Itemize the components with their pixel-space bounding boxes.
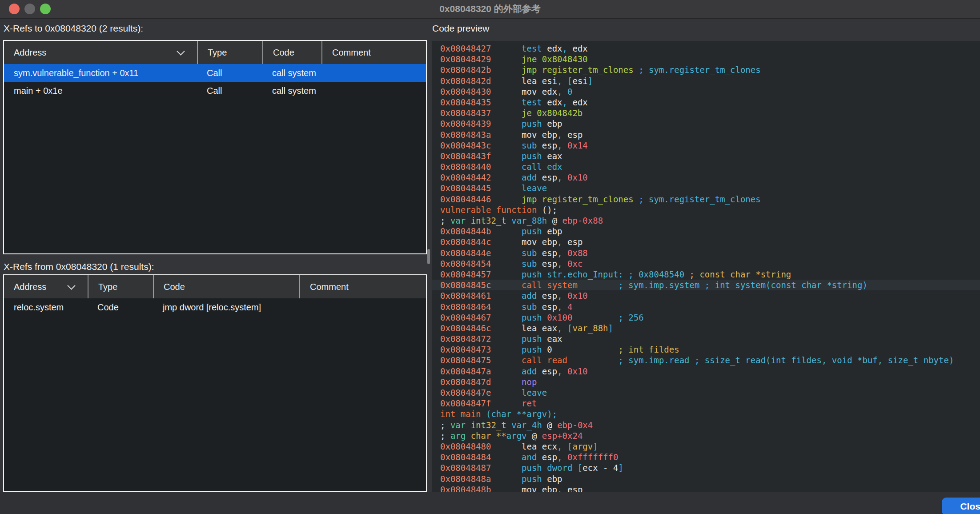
code-preview-label: Code preview — [432, 23, 489, 34]
column-header-label: Comment — [310, 282, 349, 292]
disasm-line: 0x08048445 leave — [432, 183, 980, 193]
disasm-line: ; var int32_t var_88h @ ebp-0x88 — [432, 215, 980, 226]
disasm-line: 0x0804843f push eax — [432, 151, 980, 161]
disasm-line: 0x08048429 jne 0x8048430 — [432, 54, 980, 64]
disasm-line: 0x08048435 test edx, edx — [432, 97, 980, 108]
disasm-line: 0x0804848b mov ebp, esp — [432, 484, 980, 492]
disasm-line: 0x0804847d nop — [432, 377, 980, 387]
disasm-line: 0x08048440 call edx — [432, 161, 980, 172]
disasm-line: ; var int32_t var_4h @ ebp-0x4 — [432, 420, 980, 430]
cell-address: main + 0x1e — [4, 82, 197, 100]
column-header-label: Code — [164, 282, 185, 292]
disasm-line: ; arg char **argv @ esp+0x24 — [432, 430, 980, 441]
cell-comment — [321, 82, 426, 100]
disasm-line-highlighted: 0x0804845c call system ; sym.imp.system … — [432, 280, 980, 290]
disasm-line: 0x08048427 test edx, edx — [432, 43, 980, 54]
disasm-line: 0x08048464 sub esp, 4 — [432, 301, 980, 312]
close-window-icon[interactable] — [9, 4, 20, 14]
column-header-label: Comment — [332, 48, 371, 58]
cell-type: Code — [88, 298, 153, 316]
cell-comment — [299, 298, 426, 316]
table-row[interactable]: main + 0x1eCallcall system — [4, 82, 426, 100]
chevron-down-icon — [67, 281, 75, 289]
disasm-line: 0x08048457 push str.echo_Input: ; 0x8048… — [432, 269, 980, 280]
disasm-line: 0x0804842d lea esi, [esi] — [432, 76, 980, 86]
table-row[interactable]: sym.vulnerable_function + 0x11Callcall s… — [4, 64, 426, 82]
disasm-line: 0x0804847f ret — [432, 398, 980, 409]
table-header-row: AddressTypeCodeComment — [4, 41, 426, 64]
xrefs-to-label: X-Refs to 0x08048320 (2 results): — [4, 23, 143, 34]
disasm-line: 0x0804844e sub esp, 0x88 — [432, 248, 980, 258]
splitter-grip[interactable] — [427, 249, 430, 264]
column-header-address[interactable]: Address — [4, 41, 197, 64]
disasm-line: 0x08048484 and esp, 0xfffffff0 — [432, 452, 980, 462]
table-row[interactable]: reloc.systemCodejmp dword [reloc.system] — [4, 298, 426, 316]
column-header-label: Code — [273, 48, 294, 58]
disasm-line: 0x0804843a mov ebp, esp — [432, 129, 980, 140]
column-header-type[interactable]: Type — [88, 275, 153, 298]
titlebar: 0x08048320 的外部参考 — [0, 0, 980, 19]
cell-code: call system — [262, 64, 321, 82]
xrefs-to-table[interactable]: AddressTypeCodeCommentsym.vulnerable_fun… — [3, 40, 427, 254]
table-header-row: AddressTypeCodeComment — [4, 275, 426, 298]
xrefs-from-table[interactable]: AddressTypeCodeCommentreloc.systemCodejm… — [3, 274, 427, 492]
disasm-line: 0x0804843c sub esp, 0x14 — [432, 140, 980, 151]
xrefs-from-label: X-Refs from 0x08048320 (1 results): — [4, 261, 154, 272]
disasm-line: 0x08048472 push eax — [432, 333, 980, 344]
disasm-line: 0x08048475 call read ; sym.imp.read ; ss… — [432, 355, 980, 365]
column-header-code[interactable]: Code — [262, 41, 321, 64]
disasm-line: 0x08048439 push ebp — [432, 118, 980, 129]
zoom-window-icon[interactable] — [40, 4, 51, 14]
column-header-address[interactable]: Address — [4, 275, 88, 298]
disasm-line: 0x0804846c lea eax, [var_88h] — [432, 323, 980, 333]
disasm-line: 0x08048446 jmp register_tm_clones ; sym.… — [432, 194, 980, 205]
cell-comment — [321, 64, 426, 82]
minimize-window-icon[interactable] — [24, 4, 35, 14]
disasm-line: 0x08048467 push 0x100 ; 256 — [432, 312, 980, 323]
column-header-code[interactable]: Code — [153, 275, 299, 298]
disasm-line: 0x0804844b push ebp — [432, 226, 980, 237]
disasm-line: 0x0804844c mov ebp, esp — [432, 237, 980, 247]
disasm-line: 0x08048430 mov edx, 0 — [432, 86, 980, 97]
footer-bar: Close — [0, 492, 980, 514]
disasm-line: 0x08048437 je 0x804842b — [432, 108, 980, 118]
disasm-line: 0x0804848a push ebp — [432, 474, 980, 484]
disasm-line: 0x0804842b jmp register_tm_clones ; sym.… — [432, 64, 980, 75]
column-header-label: Type — [208, 48, 227, 58]
disasm-line: int main (char **argv); — [432, 409, 980, 419]
disasm-line: 0x08048461 add esp, 0x10 — [432, 290, 980, 301]
cell-address: reloc.system — [4, 298, 88, 316]
column-header-type[interactable]: Type — [197, 41, 262, 64]
disasm-line: 0x08048473 push 0 ; int fildes — [432, 344, 980, 355]
cell-code: call system — [262, 82, 321, 100]
code-preview-panel[interactable]: 0x08048427 test edx, edx0x08048429 jne 0… — [432, 41, 980, 492]
disasm-line: 0x08048480 lea ecx, [argv] — [432, 441, 980, 452]
cell-address: sym.vulnerable_function + 0x11 — [4, 64, 197, 82]
traffic-lights — [9, 4, 51, 14]
disasm-line: 0x08048454 sub esp, 0xc — [432, 258, 980, 269]
cell-code: jmp dword [reloc.system] — [153, 298, 299, 316]
disasm-line: 0x08048487 push dword [ecx - 4] — [432, 462, 980, 473]
column-header-label: Type — [98, 282, 117, 292]
disasm-line: vulnerable_function (); — [432, 205, 980, 215]
window-title: 0x08048320 的外部参考 — [0, 3, 980, 15]
cell-type: Call — [197, 64, 262, 82]
disasm-line: 0x0804847e leave — [432, 387, 980, 398]
column-header-comment[interactable]: Comment — [321, 41, 426, 64]
column-header-label: Address — [14, 282, 46, 292]
cell-type: Call — [197, 82, 262, 100]
disasm-line: 0x08048442 add esp, 0x10 — [432, 172, 980, 183]
disasm-line: 0x0804847a add esp, 0x10 — [432, 366, 980, 377]
column-header-label: Address — [14, 48, 46, 58]
column-header-comment[interactable]: Comment — [299, 275, 426, 298]
chevron-down-icon — [177, 47, 185, 55]
close-button[interactable]: Close — [942, 498, 980, 514]
